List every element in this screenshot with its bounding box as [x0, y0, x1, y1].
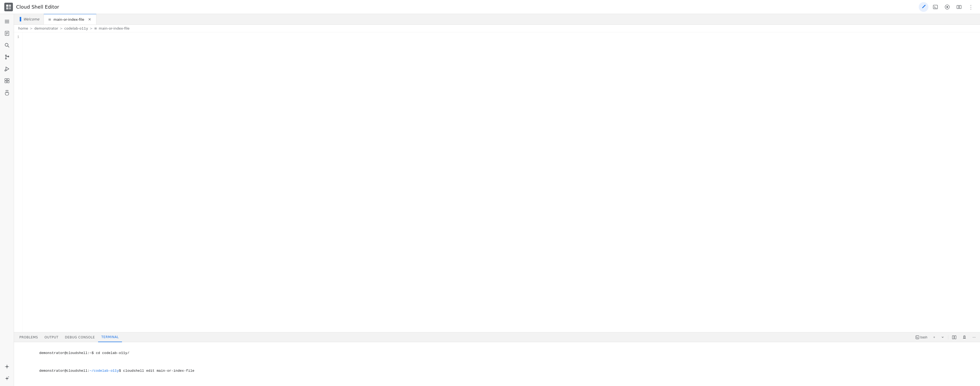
- sidebar-item-source-control[interactable]: [2, 52, 12, 62]
- breadcrumb-sep-2: >: [60, 26, 63, 30]
- panel-divider-1: [948, 335, 948, 340]
- title-bar-right: ⋮: [919, 2, 976, 12]
- tab-welcome-label: Welcome: [23, 17, 39, 21]
- add-terminal-button[interactable]: +: [931, 334, 937, 340]
- breadcrumb-codelab[interactable]: codelab-o11y: [64, 26, 88, 30]
- more-icon: ⋮: [968, 4, 974, 10]
- panel-area: PROBLEMS OUTPUT DEBUG CONSOLE TERMINAL: [14, 332, 980, 386]
- breadcrumb-home[interactable]: home: [18, 26, 28, 30]
- terminal-line-3: demonstrator@cloudshell:~/codelab-o11y$: [18, 380, 976, 386]
- terminal-line-1: demonstrator@cloudshell:~$ cd codelab-o1…: [18, 344, 976, 362]
- term-prompt-1: demonstrator@cloudshell:~$: [39, 351, 96, 355]
- more-button[interactable]: ⋮: [966, 2, 976, 12]
- editor-content[interactable]: [23, 32, 980, 332]
- sidebar-item-menu[interactable]: [2, 16, 12, 27]
- svg-rect-3: [9, 7, 11, 10]
- panel-toolbar: bash +: [913, 334, 978, 341]
- svg-rect-32: [952, 336, 954, 339]
- tab-file-icon: ≡: [48, 17, 51, 22]
- svg-point-29: [8, 376, 9, 377]
- sidebar: [0, 14, 14, 386]
- panel-tab-problems[interactable]: PROBLEMS: [16, 332, 41, 342]
- svg-point-17: [5, 43, 8, 46]
- tab-main-file[interactable]: ≡ main-or-index-file ✕: [44, 14, 96, 24]
- svg-rect-9: [959, 5, 961, 9]
- terminal-button[interactable]: [931, 2, 940, 12]
- svg-line-18: [8, 46, 9, 48]
- svg-rect-33: [955, 336, 956, 339]
- sidebar-item-gemini[interactable]: [2, 361, 12, 372]
- line-numbers: 1: [14, 32, 23, 332]
- split-terminal-button[interactable]: [950, 334, 958, 341]
- tab-file-label: main-or-index-file: [54, 18, 84, 22]
- sidebar-item-search[interactable]: [2, 40, 12, 51]
- breadcrumb-file-icon: ≡: [94, 26, 97, 30]
- bash-label: bash: [920, 335, 928, 339]
- svg-rect-0: [6, 5, 8, 7]
- tab-close-button[interactable]: ✕: [88, 17, 92, 22]
- term-path-2: ~/codelab-o11y: [89, 369, 119, 373]
- edit-button[interactable]: [919, 2, 928, 12]
- sidebar-item-ai[interactable]: [2, 373, 12, 384]
- more-terminal-button[interactable]: ⋯: [970, 334, 978, 340]
- panel-tab-output[interactable]: OUTPUT: [41, 332, 62, 342]
- svg-point-7: [947, 6, 948, 8]
- sidebar-item-run-debug[interactable]: [2, 64, 12, 74]
- panel-tab-bar: PROBLEMS OUTPUT DEBUG CONSOLE TERMINAL: [14, 332, 980, 342]
- panel-tab-debug-console[interactable]: DEBUG CONSOLE: [62, 332, 98, 342]
- svg-marker-22: [6, 67, 9, 71]
- breadcrumb: home > demonstrator > codelab-o11y > ≡ m…: [14, 25, 980, 32]
- title-bar: Cloud Shell Editor: [0, 0, 980, 14]
- app-logo: [4, 3, 13, 11]
- svg-rect-2: [6, 7, 8, 10]
- sidebar-item-testing[interactable]: [2, 87, 12, 98]
- svg-rect-1: [9, 5, 11, 7]
- svg-rect-26: [7, 78, 9, 80]
- content-area: ▐ Welcome ≡ main-or-index-file ✕ home > …: [14, 14, 980, 386]
- svg-rect-27: [5, 81, 7, 83]
- sidebar-item-explorer[interactable]: [2, 28, 12, 39]
- term-prompt-2a: demonstrator@cloudshell:: [39, 369, 89, 373]
- kill-terminal-button[interactable]: [960, 334, 969, 341]
- svg-rect-28: [7, 81, 9, 83]
- split-button[interactable]: [954, 2, 964, 12]
- main-layout: ▐ Welcome ≡ main-or-index-file ✕ home > …: [0, 14, 980, 386]
- panel-tab-terminal[interactable]: TERMINAL: [98, 332, 122, 342]
- tab-welcome[interactable]: ▐ Welcome: [14, 14, 44, 24]
- svg-point-23: [5, 70, 6, 71]
- terminal-content[interactable]: demonstrator@cloudshell:~$ cd codelab-o1…: [14, 342, 980, 386]
- svg-rect-4: [933, 5, 937, 9]
- line-number-1: 1: [17, 34, 19, 40]
- sidebar-item-extensions[interactable]: [2, 75, 12, 86]
- tab-bar: ▐ Welcome ≡ main-or-index-file ✕: [14, 14, 980, 25]
- editor-area[interactable]: 1: [14, 32, 980, 332]
- svg-rect-30: [916, 336, 919, 339]
- breadcrumb-demonstrator[interactable]: demonstrator: [34, 26, 58, 30]
- breadcrumb-sep-1: >: [30, 26, 33, 30]
- preview-button[interactable]: [942, 2, 952, 12]
- svg-rect-25: [5, 78, 7, 80]
- tab-welcome-icon: ▐: [18, 17, 21, 21]
- terminal-bash-label[interactable]: bash: [913, 334, 929, 340]
- term-cmd-2: cloudshell edit main-or-index-file: [123, 369, 194, 373]
- term-cmd-1: cd codelab-o11y/: [96, 351, 129, 355]
- terminal-line-2: demonstrator@cloudshell:~/codelab-o11y$ …: [18, 362, 976, 380]
- terminal-chevron-button[interactable]: [939, 335, 947, 340]
- title-bar-left: Cloud Shell Editor: [4, 3, 919, 11]
- term-prompt-2b: $: [119, 369, 123, 373]
- breadcrumb-file[interactable]: main-or-index-file: [99, 26, 129, 30]
- app-title: Cloud Shell Editor: [16, 4, 59, 10]
- svg-rect-8: [957, 5, 959, 9]
- breadcrumb-sep-3: >: [90, 26, 93, 30]
